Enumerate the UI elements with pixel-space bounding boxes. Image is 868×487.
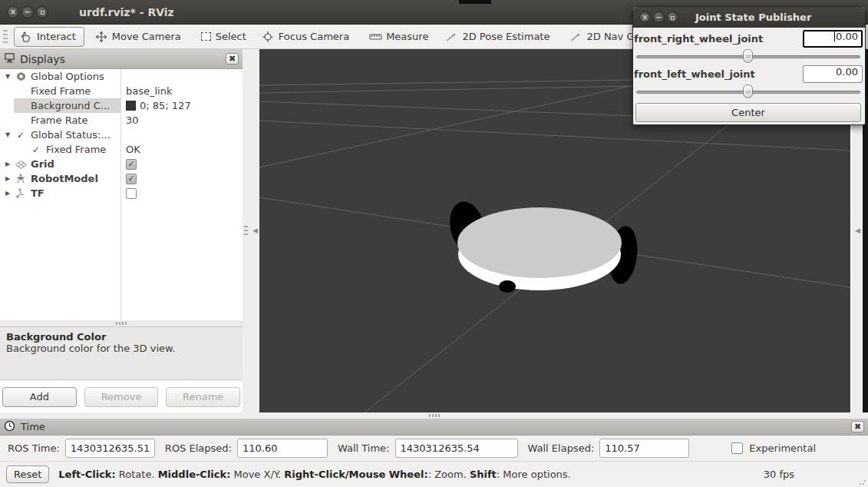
window-maximize-icon[interactable] bbox=[36, 6, 48, 18]
time-panel: Time ✖ ROS Time: ROS Elapsed: Wall Time:… bbox=[0, 419, 868, 461]
tree-label: Global Status:... bbox=[31, 129, 111, 141]
dialog-title: Joint State Publisher bbox=[695, 12, 811, 23]
expand-triangle-icon[interactable]: ▶ bbox=[2, 190, 14, 197]
tree-row-robotmodel[interactable]: ▶ RobotModel ✓ bbox=[0, 171, 243, 186]
rename-button[interactable]: Rename bbox=[166, 387, 240, 407]
caster-wheel bbox=[499, 280, 516, 293]
tf-checkbox[interactable] bbox=[126, 188, 137, 199]
tree-label: Grid bbox=[31, 158, 54, 170]
bottom-splitter[interactable] bbox=[0, 412, 868, 419]
dialog-titlebar[interactable]: × − Joint State Publisher bbox=[633, 7, 865, 28]
tree-label: Frame Rate bbox=[31, 114, 87, 126]
ruler-icon bbox=[369, 31, 381, 43]
expand-triangle-icon[interactable]: ▶ bbox=[2, 175, 14, 182]
splitter-grip[interactable] bbox=[244, 226, 248, 237]
gear-icon bbox=[14, 71, 28, 82]
tree-row-tf[interactable]: ▶ TF bbox=[0, 186, 243, 200]
remove-button[interactable]: Remove bbox=[84, 387, 159, 407]
tree-label: Fixed Frame bbox=[31, 85, 91, 97]
wall-time-input[interactable] bbox=[395, 439, 518, 458]
left-splitter[interactable]: ◀ bbox=[243, 49, 259, 412]
tool-interact[interactable]: Interact bbox=[14, 27, 84, 47]
tree-label: Global Options bbox=[31, 71, 104, 82]
tool-move-camera[interactable]: Move Camera bbox=[95, 31, 181, 43]
displays-panel-title: Displays bbox=[20, 53, 65, 65]
add-button[interactable]: Add bbox=[2, 387, 77, 407]
tool-label: 2D Pose Estimate bbox=[462, 31, 550, 42]
joint-name-front-left: front_left_wheel_joint bbox=[634, 68, 755, 80]
dashed-box-icon bbox=[201, 32, 211, 41]
time-panel-close-icon[interactable]: ✖ bbox=[851, 421, 864, 432]
wall-elapsed-input[interactable] bbox=[599, 439, 689, 458]
robotmodel-checkbox[interactable]: ✓ bbox=[126, 174, 137, 184]
tool-label: Interact bbox=[37, 31, 76, 42]
ros-time-input[interactable] bbox=[65, 439, 155, 458]
toolbar-grip[interactable] bbox=[3, 30, 8, 44]
window-title: urdf.rviz* - RViz bbox=[79, 6, 174, 18]
center-button[interactable]: Center bbox=[635, 103, 861, 122]
time-panel-body: ROS Time: ROS Elapsed: Wall Time: Wall E… bbox=[0, 436, 868, 461]
clock-icon bbox=[4, 420, 15, 434]
tree-label: Fixed Frame bbox=[46, 144, 106, 155]
tool-label: Select bbox=[216, 31, 246, 42]
tree-label: TF bbox=[31, 187, 45, 199]
collapse-left-arrow-icon[interactable]: ◀ bbox=[252, 227, 258, 234]
base-top bbox=[457, 207, 622, 278]
tree-value[interactable]: 0; 85; 127 bbox=[140, 100, 191, 111]
tree-value[interactable]: base_link bbox=[126, 85, 172, 97]
tree-row-grid[interactable]: ▶ Grid ✓ bbox=[0, 157, 243, 171]
window-close-icon[interactable]: × bbox=[7, 6, 19, 18]
dialog-close-icon[interactable]: × bbox=[639, 12, 651, 23]
resize-grip[interactable] bbox=[859, 478, 866, 485]
displays-close-icon[interactable]: ✖ bbox=[226, 53, 239, 65]
displays-panel-header: Displays ✖ bbox=[0, 49, 243, 69]
tree-row-frame-rate[interactable]: ▼ Frame Rate 30 bbox=[0, 113, 243, 128]
tree-row-global-status[interactable]: ▼ ✓ Global Status:... bbox=[0, 128, 243, 142]
tree-row-fixed-frame[interactable]: ▼ Fixed Frame base_link bbox=[0, 84, 243, 98]
joint-name-front-right: front_right_wheel_joint bbox=[634, 33, 763, 45]
dialog-minimize-icon[interactable]: − bbox=[653, 12, 665, 23]
dialog-maximize-icon[interactable] bbox=[667, 12, 678, 23]
window-minimize-icon[interactable]: − bbox=[21, 6, 34, 18]
hand-pointer-icon bbox=[20, 31, 32, 43]
tree-row-background-color[interactable]: ▼ Background C... 0; 85; 127 bbox=[0, 98, 243, 113]
tree-row-global-options[interactable]: ▼ Global Options bbox=[0, 69, 243, 84]
description-text: Background color for the 3D view. bbox=[6, 343, 236, 354]
mouse-help-text: Left-Click: Rotate. Middle-Click: Move X… bbox=[58, 469, 570, 480]
tree-row-global-status-fixed-frame[interactable]: ▼ ✓ Fixed Frame OK bbox=[0, 142, 243, 157]
grid-checkbox[interactable]: ✓ bbox=[126, 159, 137, 170]
tool-focus-camera[interactable]: Focus Camera bbox=[262, 31, 349, 43]
pose-arrow-icon bbox=[445, 31, 457, 43]
fps-counter: 30 fps bbox=[764, 469, 794, 480]
slider-handle[interactable] bbox=[743, 49, 753, 63]
text-caret bbox=[834, 31, 835, 41]
tree-label: Background C... bbox=[31, 100, 110, 111]
tree-description-splitter[interactable] bbox=[0, 320, 243, 326]
experimental-checkbox[interactable] bbox=[731, 442, 743, 454]
joint-slider-front-right[interactable] bbox=[634, 48, 863, 64]
collapse-right-arrow-icon[interactable]: ◀ bbox=[855, 227, 860, 234]
tool-label: Move Camera bbox=[112, 31, 181, 42]
four-arrows-icon bbox=[95, 31, 107, 43]
joint-value-input-front-left[interactable]: 0.00 bbox=[803, 65, 863, 83]
status-bar: Reset Left-Click: Rotate. Middle-Click: … bbox=[0, 461, 868, 487]
reset-button[interactable]: Reset bbox=[6, 465, 49, 483]
joint-value-input-front-right[interactable]: 0.00 bbox=[803, 30, 863, 48]
collapse-triangle-icon[interactable]: ▼ bbox=[2, 131, 14, 138]
tool-measure[interactable]: Measure bbox=[369, 31, 428, 43]
ros-elapsed-input[interactable] bbox=[237, 439, 328, 458]
expand-triangle-icon[interactable]: ▶ bbox=[2, 161, 14, 167]
tool-select[interactable]: Select bbox=[201, 31, 246, 42]
check-icon: ✓ bbox=[14, 130, 28, 141]
grid-icon bbox=[14, 158, 28, 170]
slider-handle[interactable] bbox=[743, 84, 753, 98]
experimental-label: Experimental bbox=[749, 442, 816, 454]
tree-value[interactable]: 30 bbox=[126, 114, 139, 126]
displays-panel: Displays ✖ ▼ Global Options ▼ Fixed Fram… bbox=[0, 49, 243, 412]
tool-2d-pose-estimate[interactable]: 2D Pose Estimate bbox=[445, 31, 550, 43]
time-panel-header: Time ✖ bbox=[0, 419, 868, 436]
tree-value: OK bbox=[126, 144, 140, 155]
collapse-triangle-icon[interactable]: ▼ bbox=[2, 73, 14, 80]
displays-tree: ▼ Global Options ▼ Fixed Frame base_link… bbox=[0, 69, 243, 320]
joint-slider-front-left[interactable] bbox=[634, 84, 863, 99]
